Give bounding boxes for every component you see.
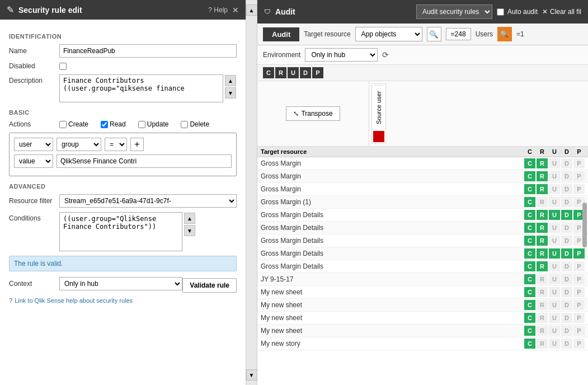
description-textarea[interactable]: Finance Contributors ((user.group="qikse… [59, 74, 223, 102]
crud-cell-u: U [549, 313, 560, 323]
help-link-row: ? Link to Qlik Sense help about security… [9, 297, 237, 304]
cond-select-2[interactable]: group [57, 138, 101, 151]
delete-checkbox-label[interactable]: Delete [181, 120, 209, 128]
clear-all-button[interactable]: ✕ Clear all fil [542, 8, 581, 16]
crud-cell-u: U [549, 339, 560, 349]
row-crud-cells: CRUDP [524, 326, 585, 336]
crud-cell-u: U [549, 158, 560, 168]
crud-cell-d: D [561, 326, 572, 336]
cond-scroll-up[interactable]: ▲ [184, 213, 195, 224]
scrollbar-indicator[interactable] [582, 203, 587, 247]
conditions-row: Conditions ((user.group="QlikSense Finan… [9, 212, 237, 251]
valid-message: The rule is valid. [9, 256, 237, 271]
crud-cell-c: C [524, 339, 535, 349]
context-select[interactable]: Only in hub [59, 277, 182, 290]
audit-button[interactable]: Audit [263, 27, 299, 41]
resource-filter-select[interactable]: Stream_e65d7e51-6a9a-47d1-9c7f- [59, 194, 237, 208]
crud-cell-p: P [573, 287, 585, 297]
cond-scroll-down[interactable]: ▼ [184, 225, 195, 236]
refresh-icon[interactable]: ⟳ [382, 50, 389, 59]
users-badge[interactable]: 🔍 [497, 27, 512, 41]
env-select[interactable]: Only in hub [305, 48, 378, 62]
crud-cell-u: U [549, 197, 560, 207]
cond-select-value[interactable]: value [14, 154, 53, 168]
help-button[interactable]: ? Help [208, 6, 228, 14]
panel-scroll-up[interactable]: ▲ [246, 4, 257, 16]
row-name: My new sheet [261, 301, 524, 309]
crud-cell-p: P [573, 184, 585, 194]
auto-audit-checkbox[interactable] [497, 8, 504, 16]
update-checkbox-label[interactable]: Update [138, 120, 169, 128]
advanced-section-label: ADVANCED [9, 183, 237, 190]
target-resource-select[interactable]: App objects [355, 27, 422, 41]
crud-cell-r: R [537, 210, 548, 220]
crud-cell-c: C [524, 287, 535, 297]
row-name: Gross Margin (1) [261, 198, 524, 206]
table-row: My new sheetCRUDP [257, 325, 588, 337]
add-condition-button[interactable]: + [130, 138, 144, 151]
crud-cell-c: C [524, 313, 535, 323]
name-input[interactable] [59, 44, 237, 58]
crud-cell-c: C [524, 184, 535, 194]
disabled-checkbox[interactable] [59, 63, 67, 70]
audit-table-wrapper: C R U D P ⤡ Transpose Source user [257, 65, 588, 385]
crud-cell-d: D [561, 274, 572, 284]
crud-cell-d: D [561, 287, 572, 297]
crud-cell-d: D [561, 248, 572, 259]
row-name: Gross Margin Details [261, 262, 524, 270]
row-name: Gross Margin Details [261, 224, 524, 232]
panel-scroll-down[interactable]: ▼ [246, 369, 257, 381]
condition-block: user group = + value [9, 133, 237, 176]
crud-cell-u: U [549, 326, 560, 336]
crud-cell-d: D [561, 184, 572, 194]
read-checkbox[interactable] [101, 121, 108, 128]
crud-cell-d: D [561, 300, 572, 310]
row-crud-cells: CRUDP [524, 339, 585, 349]
audit-rules-select[interactable]: Audit security rules [416, 4, 492, 19]
row-name: Gross Margin [261, 159, 524, 167]
cond-value-input[interactable] [57, 154, 232, 168]
desc-scroll-up[interactable]: ▲ [225, 75, 236, 86]
table-row: My new sheetCRUDP [257, 299, 588, 312]
row-name: My new story [261, 340, 524, 348]
col-u: U [549, 148, 560, 155]
condition-row-1: user group = + [14, 138, 232, 151]
table-row: JY 9-15-17CRUDP [257, 273, 588, 286]
cond-select-1[interactable]: user [14, 138, 53, 151]
table-column-header: Target resource C R U D P [257, 147, 588, 157]
row-name: Gross Margin Details [261, 211, 524, 219]
row-crud-cells: CRUDP [524, 248, 585, 259]
create-checkbox-label[interactable]: Create [59, 120, 88, 128]
crud-cell-r: R [537, 197, 548, 207]
count-badge: =248 [446, 28, 471, 40]
desc-scroll-down[interactable]: ▼ [225, 87, 236, 98]
crud-cell-d: D [561, 313, 572, 323]
transpose-button[interactable]: ⤡ Transpose [286, 106, 340, 121]
crud-p-header: P [312, 67, 323, 78]
create-checkbox[interactable] [59, 121, 67, 128]
col-r: R [537, 148, 548, 155]
crud-cell-r: R [537, 261, 548, 271]
crud-cell-r: R [537, 184, 548, 194]
right-panel-title: Audit [275, 7, 412, 16]
crud-cell-c: C [524, 210, 535, 220]
name-label: Name [9, 47, 59, 55]
resource-filter-label: Resource filter [9, 197, 59, 205]
search-button[interactable]: 🔍 [427, 27, 441, 41]
crud-cell-p: P [573, 248, 585, 259]
read-checkbox-label[interactable]: Read [101, 120, 126, 128]
update-checkbox[interactable] [138, 121, 145, 128]
validate-rule-button[interactable]: Validate rule [182, 278, 237, 293]
cond-select-3[interactable]: = [105, 138, 127, 151]
close-button[interactable]: ✕ [232, 6, 239, 15]
env-toolbar: Environment Only in hub ⟳ [257, 45, 588, 65]
actions-label: Actions [9, 120, 59, 128]
help-link[interactable]: Link to Qlik Sense help about security r… [15, 297, 133, 304]
crud-cell-r: R [537, 171, 548, 181]
disabled-label: Disabled [9, 62, 59, 70]
delete-checkbox[interactable] [181, 121, 188, 128]
conditions-textarea[interactable]: ((user.group="QlikSense Finance Contribu… [59, 212, 182, 251]
left-panel-title: Security rule edit [18, 6, 204, 15]
crud-cell-u: U [549, 287, 560, 297]
env-label: Environment [263, 51, 300, 59]
